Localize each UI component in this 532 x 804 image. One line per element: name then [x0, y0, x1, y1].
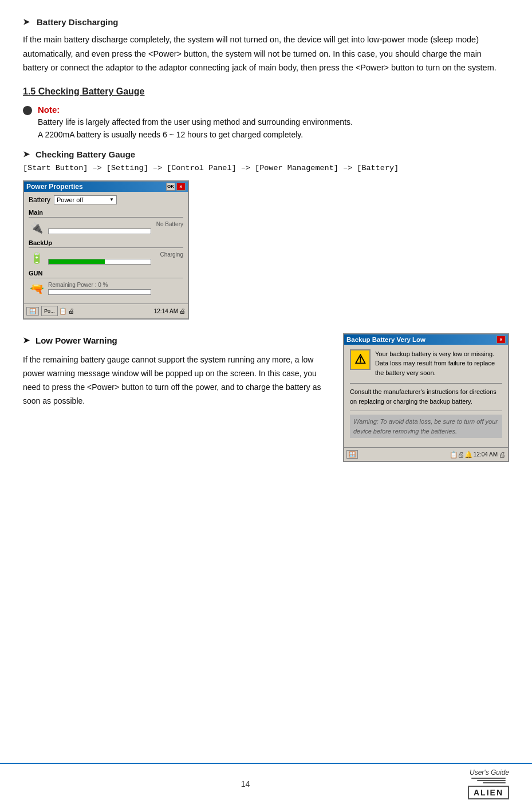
note-container: Note: Battery life is largely affected f…: [23, 105, 509, 141]
backup-section-divider: [29, 247, 183, 248]
low-power-body: If the remaining battery gauge cannot su…: [23, 353, 332, 408]
backup-divider-2: [350, 411, 502, 411]
low-power-title: Low Power Warning: [36, 333, 117, 348]
low-power-section: ➤ Low Power Warning If the remaining bat…: [23, 333, 509, 463]
taskbar-item-po[interactable]: Po...: [41, 306, 58, 316]
ok-button[interactable]: OK: [166, 183, 175, 191]
taskbar-start-icon: 🪟: [29, 308, 36, 314]
dropdown-value: Power off: [57, 196, 83, 203]
main-battery-bar-bg: [48, 228, 151, 234]
backup-titlebar: Backup Battery Very Low ×: [344, 334, 508, 345]
backup-start-button[interactable]: 🪟: [346, 450, 358, 459]
power-properties-taskbar: 🪟 Po... 📋 🖨 12:14 AM 🖨: [24, 304, 188, 318]
low-power-text-area: ➤ Low Power Warning If the remaining bat…: [23, 333, 332, 408]
backup-printer-icon: 🖨: [499, 451, 506, 458]
note-content: Note: Battery life is largely affected f…: [38, 105, 353, 141]
page-content: ➤ Battery Discharging If the main batter…: [0, 0, 532, 508]
arrow-bullet-3-icon: ➤: [23, 334, 30, 348]
power-properties-body: Battery Power off ▼ Main 🔌 No Battery: [24, 192, 188, 304]
note-bullet-icon: [23, 106, 32, 115]
taskbar-system-icons: 12:14 AM 🖨: [154, 308, 186, 314]
main-battery-icon: 🔌: [29, 220, 45, 236]
battery-discharging-heading: ➤ Battery Discharging: [23, 17, 509, 27]
low-power-heading: ➤ Low Power Warning: [23, 333, 332, 348]
taskbar-icon-1: 📋: [59, 308, 67, 315]
backup-message-2: Consult the manufacturer's instructions …: [350, 387, 502, 406]
page-number: 14: [241, 779, 250, 789]
main-battery-section: Main 🔌 No Battery: [29, 209, 183, 236]
alien-line-1: [471, 778, 506, 779]
backup-icons-sm: 📋🖨🔔: [450, 451, 472, 459]
section-15-heading: 1.5 Checking Battery Gauge: [23, 86, 509, 97]
taskbar-icon-2: 🖨: [68, 308, 74, 314]
backup-body: ⚠ Your backup battery is very low or mis…: [344, 345, 508, 448]
close-button[interactable]: ×: [176, 183, 186, 191]
gun-battery-section: GUN 🔫 Remaining Power : 0 %: [29, 270, 183, 297]
gun-section-divider: [29, 278, 183, 278]
note-line2: A 2200mA battery is usually needs 6 ~ 12…: [38, 130, 303, 139]
backup-section-title: BackUp: [29, 239, 183, 246]
titlebar-buttons: OK ×: [166, 183, 186, 191]
note-body: Battery life is largely affected from th…: [38, 116, 353, 141]
nav-path: [Start Button] –> [Setting] –> [Control …: [23, 164, 509, 172]
battery-tab-row: Battery Power off ▼: [29, 195, 183, 204]
backup-battery-bar-bg: [48, 259, 151, 265]
gun-icon: 🔫: [29, 281, 45, 297]
backup-battery-window: Backup Battery Very Low × ⚠ Your backup …: [343, 333, 509, 463]
backup-close-button[interactable]: ×: [496, 336, 506, 344]
user-guide-label: User's Guide: [470, 768, 509, 777]
arrow-bullet-icon: ➤: [23, 17, 30, 26]
battery-discharging-body: If the main battery discharge completely…: [23, 33, 509, 75]
page-number-spacer: 14: [23, 779, 468, 789]
power-properties-window: Power Properties OK × Battery Power off …: [23, 180, 189, 320]
alien-logo: ALIEN: [468, 778, 509, 799]
power-properties-title: Power Properties: [26, 183, 83, 191]
page-footer: 14 User's Guide ALIEN: [0, 763, 532, 804]
checking-battery-heading: ➤ Checking Battery Gauge: [23, 149, 509, 159]
warning-icon: ⚠: [350, 349, 371, 370]
backup-message-1: Your backup battery is very low or missi…: [375, 349, 502, 378]
brand-logo: User's Guide ALIEN: [468, 768, 509, 799]
arrow-bullet-2-icon: ➤: [23, 149, 30, 159]
backup-battery-info: Charging: [48, 251, 183, 265]
backup-battery-row: 🔋 Charging: [29, 250, 183, 266]
backup-window-title: Backup Battery Very Low: [346, 336, 425, 343]
gun-battery-info: Remaining Power : 0 %: [48, 282, 183, 295]
main-battery-status: No Battery: [48, 221, 183, 227]
brand-name: ALIEN: [468, 786, 509, 799]
checking-battery-title: Checking Battery Gauge: [36, 149, 135, 159]
nav-path-text: [Start Button] –> [Setting] –> [Control …: [23, 164, 399, 172]
backup-taskbar: 🪟 📋🖨🔔 12:04 AM 🖨: [344, 447, 508, 461]
backup-battery-section: BackUp 🔋 Charging: [29, 239, 183, 266]
battery-label: Battery: [29, 196, 50, 204]
gun-battery-row: 🔫 Remaining Power : 0 %: [29, 281, 183, 297]
taskbar-printer-icon: 🖨: [179, 308, 186, 314]
battery-dropdown[interactable]: Power off ▼: [54, 195, 117, 204]
backup-clock: 12:04 AM: [474, 451, 498, 458]
gun-battery-bar-bg: [48, 289, 151, 295]
taskbar-items: Po... 📋 🖨: [41, 306, 152, 316]
main-battery-row: 🔌 No Battery: [29, 220, 183, 236]
battery-discharging-title: Battery Discharging: [37, 17, 119, 27]
backup-battery-bar-fill: [49, 259, 105, 264]
main-section-title: Main: [29, 209, 183, 216]
note-line1: Battery life is largely affected from th…: [38, 117, 353, 127]
backup-divider-1: [350, 383, 502, 384]
gun-battery-remaining: Remaining Power : 0 %: [48, 282, 183, 288]
backup-system-icons: 📋🖨🔔 12:04 AM 🖨: [450, 451, 506, 459]
power-properties-titlebar: Power Properties OK ×: [24, 182, 188, 192]
alien-logo-lines: [471, 778, 506, 783]
taskbar-start-button[interactable]: 🪟: [26, 307, 39, 316]
backup-battery-icon: 🔋: [29, 250, 45, 266]
main-section-divider: [29, 217, 183, 218]
alien-line-2: [477, 780, 506, 781]
backup-message-3: Warning: To avoid data loss, be sure to …: [350, 415, 502, 438]
alien-line-3: [483, 782, 506, 783]
backup-icon-row: ⚠ Your backup battery is very low or mis…: [350, 349, 502, 378]
taskbar-clock: 12:14 AM: [154, 308, 178, 314]
main-battery-info: No Battery: [48, 221, 183, 234]
dropdown-arrow-icon: ▼: [109, 197, 114, 202]
backup-battery-status: Charging: [48, 251, 183, 258]
note-title: Note:: [38, 105, 353, 115]
gun-section-title: GUN: [29, 270, 42, 277]
